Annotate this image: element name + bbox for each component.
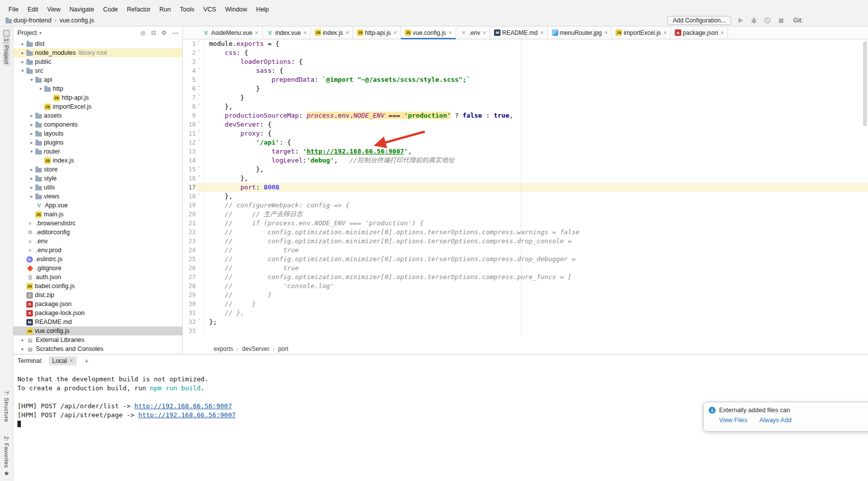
- fold-marker[interactable]: ˇ: [196, 57, 203, 66]
- code-line[interactable]: 21 // if (process.env.NODE_ENV === 'prod…: [183, 219, 868, 228]
- fold-marker[interactable]: [196, 147, 203, 156]
- fold-marker[interactable]: ˆ: [196, 318, 203, 326]
- tree-item-editorconfig[interactable]: ⚙.editorconfig: [13, 228, 182, 237]
- fold-marker[interactable]: [196, 201, 203, 210]
- fold-marker[interactable]: [196, 228, 203, 237]
- chevron-icon[interactable]: ▸: [28, 113, 35, 118]
- fold-marker[interactable]: [196, 210, 203, 219]
- editor-tab-menurouter-jpg[interactable]: menuRouter.jpg×: [548, 26, 612, 39]
- tree-item-style[interactable]: ▸style: [13, 174, 182, 183]
- chevron-icon[interactable]: ▸: [28, 140, 35, 145]
- fold-marker[interactable]: ˇ: [196, 66, 203, 75]
- tree-item-router[interactable]: ▾router: [13, 147, 182, 156]
- menu-edit[interactable]: Edit: [23, 5, 43, 14]
- code-line[interactable]: 6ˆ }: [183, 84, 868, 93]
- tree-item-env[interactable]: ≡.env: [13, 237, 182, 246]
- tree-item-http[interactable]: ▾http: [13, 84, 182, 93]
- code-line[interactable]: 5 prependData: `@import "~@/assets/scss/…: [183, 75, 868, 84]
- tree-item-utils[interactable]: ▸utils: [13, 183, 182, 192]
- editor-tab-index-js[interactable]: JSindex.js×: [311, 26, 353, 39]
- menu-window[interactable]: Window: [221, 5, 251, 14]
- code-line[interactable]: 10ˇ devServer: {: [183, 120, 868, 129]
- tree-item-plugins[interactable]: ▸plugins: [13, 138, 182, 147]
- fold-marker[interactable]: ˇ: [196, 138, 203, 147]
- fold-marker[interactable]: [196, 273, 203, 282]
- run-icon[interactable]: [737, 16, 744, 24]
- code-editor[interactable]: 1ˇmodule.exports = {2ˇ css: {3ˇ loaderOp…: [183, 39, 868, 336]
- tree-item-eslintrc-js[interactable]: E.eslintrc.js: [13, 255, 182, 264]
- tree-item-importexcel-js[interactable]: JSimportExcel.js: [13, 102, 182, 111]
- code-line[interactable]: 11ˇ proxy: {: [183, 129, 868, 138]
- code-line[interactable]: 4ˇ sass: {: [183, 66, 868, 75]
- project-panel-title[interactable]: Project: [17, 29, 37, 36]
- fold-marker[interactable]: ˆ: [196, 84, 203, 93]
- settings-gear-icon[interactable]: ⚙: [161, 29, 167, 36]
- chevron-down-icon[interactable]: ▾: [39, 30, 42, 35]
- fold-marker[interactable]: [196, 326, 203, 335]
- tree-item-browserslistrc[interactable]: ≡.browserslistrc: [13, 219, 182, 228]
- tree-item-src[interactable]: ▾src: [13, 66, 182, 75]
- chevron-icon[interactable]: ▾: [37, 86, 44, 91]
- tree-item-dist-zip[interactable]: Zdist.zip: [13, 291, 182, 300]
- menu-code[interactable]: Code: [99, 5, 123, 14]
- tree-item-dist[interactable]: ▸dist: [13, 39, 182, 48]
- menu-run[interactable]: Run: [155, 5, 175, 14]
- code-line[interactable]: 27 // config.optimization.minimizer[0].o…: [183, 273, 868, 282]
- hide-icon[interactable]: —: [172, 29, 178, 36]
- code-line[interactable]: 3ˇ loaderOptions: {: [183, 57, 868, 66]
- editor-tab-importexcel-js[interactable]: JSimportExcel.js×: [612, 26, 671, 39]
- fold-marker[interactable]: [196, 111, 203, 120]
- code-line[interactable]: 1ˇmodule.exports = {: [183, 39, 868, 48]
- menu-navigate[interactable]: Navigate: [65, 5, 99, 14]
- fold-marker[interactable]: [196, 291, 203, 300]
- tree-item-scratches-and-consoles[interactable]: ▸▧Scratches and Consoles: [13, 344, 182, 353]
- collapse-all-icon[interactable]: ⊟: [151, 29, 156, 36]
- breadcrumb-devserver[interactable]: devServer: [242, 345, 269, 352]
- tool-stripe-favorites-button[interactable]: 2: Favorites ★: [3, 435, 10, 478]
- close-icon[interactable]: ×: [604, 30, 608, 36]
- new-terminal-icon[interactable]: +: [85, 357, 89, 365]
- tool-stripe-structure-button[interactable]: 7: Structure: [3, 389, 10, 424]
- tree-item-http-api-js[interactable]: JShttp-api.js: [13, 93, 182, 102]
- chevron-icon[interactable]: ▸: [19, 50, 26, 55]
- terminal-tab-local[interactable]: Local ×: [49, 356, 77, 365]
- fold-marker[interactable]: ˇ: [196, 120, 203, 129]
- editor-tab-asidemenu-vue[interactable]: VAsideMenu.vue×: [198, 26, 262, 39]
- tree-item-app-vue[interactable]: VApp.vue: [13, 201, 182, 210]
- code-line[interactable]: 23 // config.optimization.minimizer[0].o…: [183, 237, 868, 246]
- menu-refactor[interactable]: Refactor: [123, 5, 155, 14]
- view-files-link[interactable]: View Files: [719, 417, 747, 424]
- fold-marker[interactable]: [196, 300, 203, 309]
- fold-marker[interactable]: [196, 309, 203, 318]
- editor-tab-readme-md[interactable]: MREADME.md×: [490, 26, 547, 39]
- breadcrumb-exports[interactable]: exports: [214, 345, 233, 352]
- fold-marker[interactable]: ˆ: [196, 93, 203, 102]
- fold-marker[interactable]: ˇ: [196, 39, 203, 48]
- chevron-icon[interactable]: ▸: [19, 41, 26, 46]
- chevron-icon[interactable]: ▸: [19, 346, 26, 351]
- editor-tab-index-vue[interactable]: Vindex.vue×: [262, 26, 311, 39]
- tree-item-layouts[interactable]: ▸layouts: [13, 129, 182, 138]
- close-icon[interactable]: ×: [449, 30, 452, 36]
- stop-icon[interactable]: [777, 16, 785, 24]
- close-icon[interactable]: ×: [303, 30, 307, 36]
- close-icon[interactable]: ×: [540, 30, 544, 36]
- fold-marker[interactable]: ˇ: [196, 129, 203, 138]
- profiler-icon[interactable]: [763, 16, 771, 24]
- tree-item-vue-config-js[interactable]: JSvue.config.js: [13, 326, 182, 335]
- chevron-icon[interactable]: ▸: [19, 59, 26, 64]
- code-line[interactable]: 7ˆ }: [183, 93, 868, 102]
- tree-item-package-lock-json[interactable]: npackage-lock.json: [13, 309, 182, 318]
- code-line[interactable]: 15ˆ },: [183, 165, 868, 174]
- close-icon[interactable]: ×: [255, 30, 258, 36]
- chevron-icon[interactable]: ▾: [19, 68, 26, 73]
- breadcrumb-port[interactable]: port: [278, 345, 288, 352]
- close-icon[interactable]: ×: [663, 30, 667, 36]
- breadcrumb-project[interactable]: duoji-frontend: [13, 17, 51, 24]
- editor-tab-http-api-js[interactable]: JShttp-api.js×: [353, 26, 401, 39]
- breadcrumb-file[interactable]: vue.config.js: [59, 17, 94, 24]
- tree-item-index-js[interactable]: JSindex.js: [13, 156, 182, 165]
- fold-marker[interactable]: ˆ: [196, 192, 203, 201]
- debug-icon[interactable]: [750, 16, 758, 24]
- code-line[interactable]: 30 // }: [183, 300, 868, 309]
